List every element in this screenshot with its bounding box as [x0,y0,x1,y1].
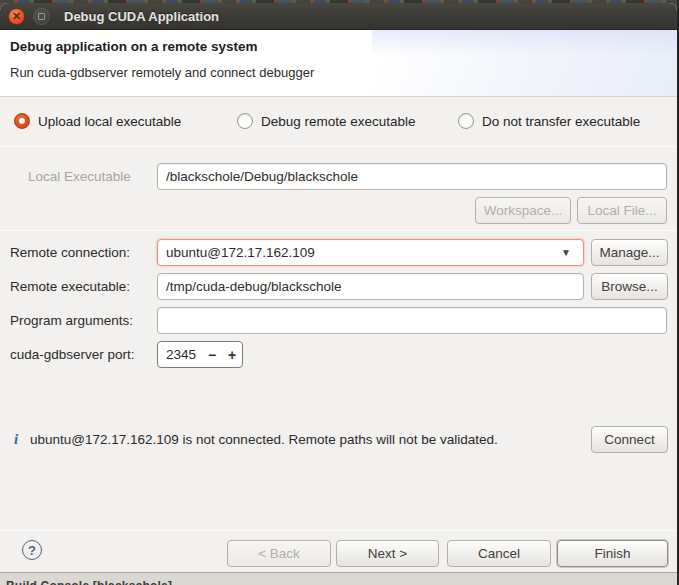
gdbserver-port-value: 2345 [158,347,202,362]
plus-icon[interactable]: + [222,347,242,363]
finish-button[interactable]: Finish [557,540,668,567]
radio-do-not-transfer-executable[interactable]: Do not transfer executable [458,110,640,132]
close-icon[interactable]: ✕ [8,8,25,25]
local-file-button[interactable]: Local File... [577,197,667,224]
cancel-button[interactable]: Cancel [447,540,551,567]
help-icon[interactable]: ? [22,540,42,560]
remote-executable-label: Remote executable: [10,273,130,299]
maximize-icon[interactable] [33,8,50,25]
local-executable-label: Local Executable [28,163,131,189]
console-tab-label: Build Console [blackschole] [6,579,172,585]
back-button[interactable]: < Back [227,540,331,567]
next-button[interactable]: Next > [336,540,439,567]
connect-button[interactable]: Connect [591,426,668,453]
radio-label: Do not transfer executable [482,114,640,129]
remote-connection-label: Remote connection: [10,239,130,265]
remote-executable-input[interactable] [157,273,584,300]
page-subtitle: Run cuda-gdbserver remotely and connect … [10,65,314,80]
radio-selected-icon [14,113,30,129]
chevron-down-icon: ▼ [561,247,571,258]
screen: ✕ Debug CUDA Application Debug applicati… [0,0,679,585]
background-app-bottom-strip: Build Console [blackschole] [0,572,677,585]
gdbserver-port-label: cuda-gdbserver port: [10,341,135,367]
radio-unselected-icon [458,113,474,129]
info-icon: i [14,431,18,448]
radio-debug-remote-executable[interactable]: Debug remote executable [237,110,416,132]
gdbserver-port-stepper[interactable]: 2345 − + [157,341,243,368]
program-arguments-input[interactable] [157,307,667,334]
page-title: Debug application on a remote system [10,39,258,54]
minus-icon[interactable]: − [202,347,222,363]
radio-label: Upload local executable [38,114,181,129]
divider [0,146,677,147]
workspace-button[interactable]: Workspace... [475,197,571,224]
status-message: ubuntu@172.17.162.109 is not connected. … [30,426,498,452]
radio-label: Debug remote executable [261,114,416,129]
divider [0,230,677,231]
program-arguments-label: Program arguments: [10,307,133,333]
debug-cuda-dialog: ✕ Debug CUDA Application Debug applicati… [0,3,677,572]
titlebar[interactable]: ✕ Debug CUDA Application [0,3,677,30]
remote-connection-select[interactable]: ubuntu@172.17.162.109 ▼ [157,239,584,266]
remote-connection-value: ubuntu@172.17.162.109 [166,245,561,260]
radio-unselected-icon [237,113,253,129]
local-executable-input[interactable] [157,163,667,190]
browse-button[interactable]: Browse... [591,273,668,300]
manage-button[interactable]: Manage... [591,239,668,266]
wizard-header: Debug application on a remote system Run… [0,30,677,97]
radio-upload-local-executable[interactable]: Upload local executable [14,110,181,132]
divider [0,530,677,531]
maximize-square-glyph [38,13,45,20]
window-title: Debug CUDA Application [64,9,219,24]
